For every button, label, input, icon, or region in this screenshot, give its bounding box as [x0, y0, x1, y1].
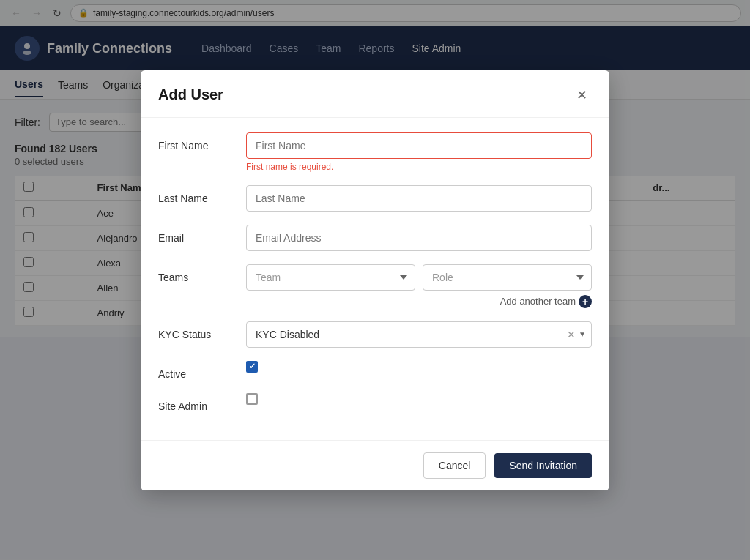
kyc-clear-icon[interactable]: ✕	[567, 329, 576, 338]
add-user-modal: Add User ✕ First Name First name is requ…	[141, 70, 609, 338]
modal-title: Add User	[158, 86, 223, 103]
team-role-row: Team Role	[246, 264, 592, 291]
first-name-field: First name is required.	[246, 132, 592, 172]
kyc-status-select[interactable]: KYC Disabled	[246, 321, 592, 338]
last-name-input[interactable]	[246, 185, 592, 212]
kyc-status-row: KYC Status KYC Disabled ✕ ▼	[158, 321, 592, 338]
kyc-status-label: KYC Status	[158, 321, 246, 338]
teams-row: Teams Team Role Add another team +	[158, 264, 592, 308]
modal-header: Add User ✕	[141, 70, 609, 118]
kyc-status-field: KYC Disabled ✕ ▼	[246, 321, 592, 338]
teams-label: Teams	[158, 264, 246, 283]
last-name-label: Last Name	[158, 185, 246, 204]
first-name-row: First Name First name is required.	[158, 132, 592, 172]
first-name-error: First name is required.	[246, 162, 592, 172]
last-name-row: Last Name	[158, 185, 592, 212]
email-input[interactable]	[246, 225, 592, 251]
email-row: Email	[158, 225, 592, 251]
kyc-arrow-icon: ▼	[579, 330, 586, 337]
close-button[interactable]: ✕	[571, 85, 592, 105]
team-select[interactable]: Team	[246, 264, 415, 291]
kyc-controls: ✕ ▼	[561, 321, 592, 338]
modal-overlay: Add User ✕ First Name First name is requ…	[0, 0, 750, 337]
add-team-label: Add another team	[500, 296, 576, 307]
add-another-team-link[interactable]: Add another team +	[500, 295, 592, 308]
email-label: Email	[158, 225, 246, 244]
add-team-icon: +	[579, 295, 592, 308]
teams-field: Team Role Add another team +	[246, 264, 592, 308]
modal-body: First Name First name is required. Last …	[141, 118, 609, 338]
first-name-input[interactable]	[246, 132, 592, 159]
email-field	[246, 225, 592, 251]
last-name-field	[246, 185, 592, 212]
first-name-label: First Name	[158, 132, 246, 152]
role-select[interactable]: Role	[423, 264, 592, 291]
